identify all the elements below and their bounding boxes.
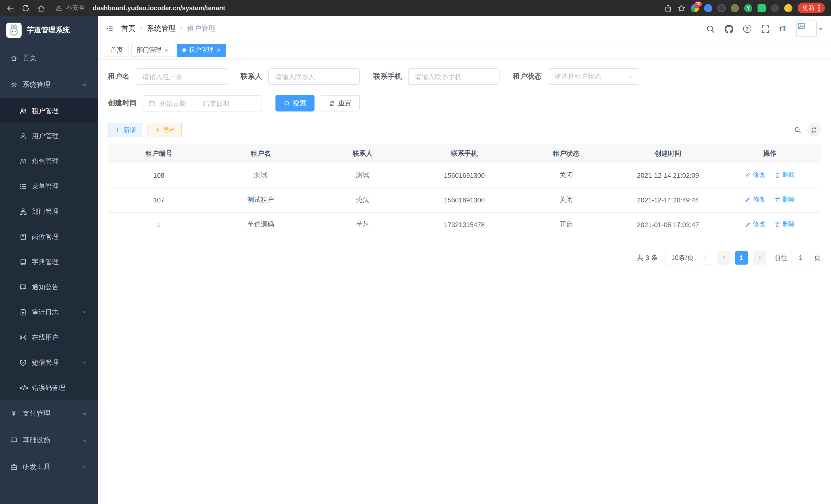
app-logo[interactable]: 芋道管理系统: [0, 16, 98, 45]
delete-link[interactable]: 删除: [774, 171, 795, 180]
export-button[interactable]: 导出: [147, 123, 182, 137]
extension-badge: 10: [694, 1, 702, 6]
github-icon[interactable]: [725, 24, 733, 33]
extension-icon-7[interactable]: [771, 4, 779, 12]
chevron-down-icon: [82, 464, 87, 470]
sidebar-item-devtools[interactable]: 研发工具: [0, 454, 98, 480]
broken-image-icon: [798, 22, 805, 30]
sidebar-item-infra[interactable]: 基础设施: [0, 427, 98, 454]
extension-icon-4[interactable]: [731, 4, 739, 12]
end-date-input[interactable]: [199, 99, 240, 107]
browser-menu-icon[interactable]: [818, 7, 820, 9]
chevron-down-icon: [82, 309, 87, 315]
create-time-range-picker[interactable]: -: [143, 95, 262, 112]
extension-icon-3[interactable]: [717, 4, 726, 12]
font-size-icon[interactable]: tT: [780, 25, 786, 33]
extension-icon-6[interactable]: [757, 4, 766, 12]
sidebar-item-post[interactable]: 岗位管理: [0, 224, 98, 249]
sidebar-item-error-code[interactable]: </> 错误码管理: [0, 375, 98, 400]
search-button[interactable]: 搜索: [276, 95, 315, 112]
sidebar-item-menu[interactable]: 菜单管理: [0, 174, 98, 199]
warning-icon: [56, 5, 62, 11]
tab-tenant[interactable]: 租户管理 ×: [176, 43, 226, 57]
share-icon[interactable]: [664, 4, 672, 12]
add-button[interactable]: 新增: [108, 123, 142, 137]
tab-home[interactable]: 首页: [105, 43, 128, 57]
toggle-search-icon[interactable]: [794, 126, 801, 134]
search-icon[interactable]: [706, 24, 715, 33]
sidebar-item-dict[interactable]: 字典管理: [0, 249, 98, 274]
download-icon: [154, 127, 160, 133]
reset-button[interactable]: 重置: [321, 95, 360, 112]
next-page-button[interactable]: [753, 251, 766, 264]
contact-input[interactable]: [268, 68, 360, 85]
sidebar-item-role[interactable]: 角色管理: [0, 148, 98, 174]
url-text: dashboard.yudao.iocoder.cn/system/tenant: [93, 4, 225, 11]
breadcrumb-system[interactable]: 系统管理: [147, 24, 176, 33]
current-page[interactable]: 1: [735, 251, 748, 264]
sidebar-toggle-icon[interactable]: [106, 25, 113, 32]
tenants-icon: [20, 107, 27, 114]
home-icon[interactable]: [37, 4, 45, 12]
edit-link[interactable]: 修改: [745, 220, 765, 229]
delete-link[interactable]: 删除: [774, 220, 795, 229]
avatar-caret-icon[interactable]: [819, 28, 823, 30]
sidebar-item-audit-log[interactable]: 审计日志: [0, 299, 98, 325]
avatar[interactable]: [796, 21, 816, 37]
help-icon[interactable]: ?: [743, 25, 751, 33]
close-icon[interactable]: ×: [165, 47, 168, 53]
col-tenant-id: 租户编号: [108, 144, 210, 163]
extension-icon-1[interactable]: 10: [691, 4, 699, 12]
trash-icon: [774, 197, 780, 203]
edit-link[interactable]: 修改: [745, 171, 765, 180]
sidebar-item-user[interactable]: 用户管理: [0, 123, 98, 148]
sidebar-item-dept[interactable]: 部门管理: [0, 199, 98, 224]
edit-link[interactable]: 修改: [745, 196, 765, 204]
calendar-icon: [148, 100, 155, 107]
prev-page-button[interactable]: [717, 251, 730, 264]
extension-icon-8[interactable]: [784, 4, 793, 12]
start-date-input[interactable]: [155, 99, 196, 107]
extension-icon-5[interactable]: Y: [744, 4, 752, 12]
create-time-label: 创建时间: [108, 99, 137, 108]
tenant-name-input[interactable]: [136, 68, 227, 85]
sidebar-item-notice[interactable]: 通知公告: [0, 274, 98, 299]
back-icon[interactable]: [6, 4, 15, 12]
goto-suffix: 页: [814, 253, 821, 262]
bookmark-star-icon[interactable]: [677, 4, 686, 12]
edit-icon: [745, 172, 751, 178]
menu-list-icon: [20, 183, 27, 190]
toolbox-icon: [10, 464, 18, 471]
refresh-table-button[interactable]: [807, 123, 821, 137]
home-icon: [10, 55, 18, 62]
breadcrumb-home[interactable]: 首页: [121, 24, 136, 33]
extension-icon-2[interactable]: [704, 4, 712, 12]
mobile-input[interactable]: [408, 68, 499, 85]
fullscreen-icon[interactable]: [761, 24, 770, 33]
sidebar-item-online-user[interactable]: 在线用户: [0, 325, 98, 350]
sidebar-item-system[interactable]: 系统管理: [0, 71, 98, 98]
goto-page-input[interactable]: [791, 250, 810, 265]
status-label: 租户状态: [513, 72, 542, 81]
delete-link[interactable]: 删除: [774, 196, 795, 204]
browser-update-button[interactable]: 更新: [798, 3, 825, 13]
sidebar-item-payment[interactable]: ¥ 支付管理: [0, 400, 98, 427]
contact-label: 联系人: [240, 72, 262, 81]
sidebar-item-home[interactable]: 首页: [0, 45, 98, 71]
status-select[interactable]: 请选择租户状态: [548, 68, 639, 85]
edit-icon: [745, 221, 751, 228]
tenant-name-label: 租户名: [108, 72, 130, 81]
tenant-table: 租户编号 租户名 联系人 联系手机 租户状态 创建时间 操作 108 测试: [108, 144, 821, 237]
close-icon[interactable]: ×: [217, 47, 221, 53]
address-bar[interactable]: 不安全 dashboard.yudao.iocoder.cn/system/te…: [56, 4, 664, 12]
chevron-left-icon: [721, 255, 726, 261]
sidebar-item-sms[interactable]: 短信管理: [0, 350, 98, 375]
chevron-right-icon: [757, 255, 763, 261]
sidebar-item-tenant[interactable]: 租户管理: [0, 98, 98, 123]
tab-dept[interactable]: 部门管理 ×: [131, 43, 174, 57]
page-size-select[interactable]: 10条/页: [665, 250, 712, 265]
plus-icon: [115, 127, 121, 133]
tenant-page: 租户名 联系人 联系手机 租户状态 请选择租户状态: [98, 59, 831, 504]
reload-icon[interactable]: [22, 4, 30, 12]
col-actions: 操作: [719, 144, 821, 163]
